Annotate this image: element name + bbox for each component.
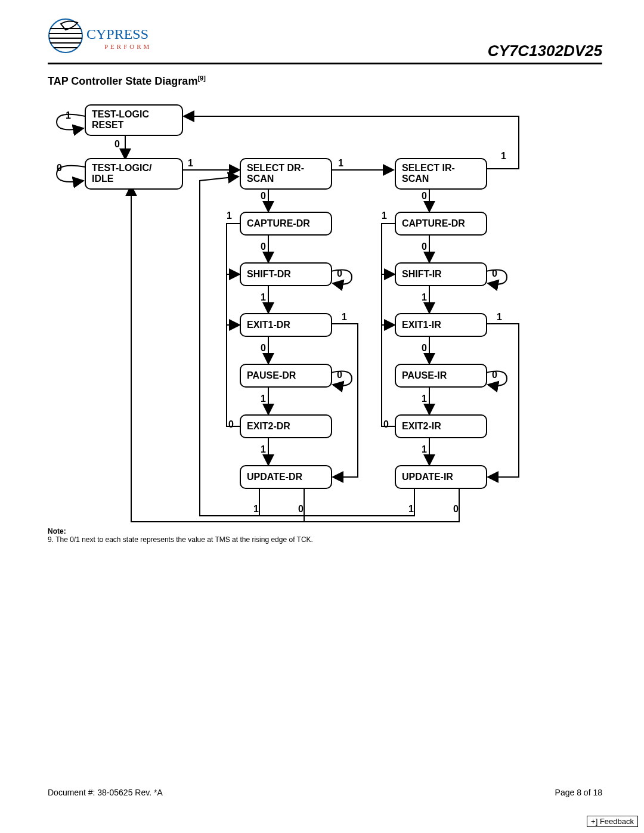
lbl-pir-self: 0 (492, 370, 497, 380)
state-pause-ir: PAUSE-IR (395, 364, 487, 388)
lbl-e1ir-uir: 1 (497, 312, 502, 323)
footer-page: Page 8 of 18 (555, 788, 602, 797)
cypress-logo: CYPRESS PERFORM (48, 18, 167, 62)
lbl-e1dr-udr: 1 (342, 312, 347, 323)
state-capture-ir: CAPTURE-DR (395, 212, 487, 236)
lbl-e2dr-shdr: 0 (228, 419, 234, 430)
lbl-idle-sdr: 1 (188, 158, 193, 169)
lbl-e1ir-pir: 0 (422, 343, 427, 354)
lbl-uir-idle: 0 (453, 504, 459, 515)
section-title-text: TAP Controller State Diagram (48, 75, 197, 87)
state-shift-dr: SHIFT-DR (240, 262, 332, 286)
lbl-cdr-e1dr: 1 (227, 210, 232, 221)
state-select-dr-scan: SELECT DR-SCAN (240, 158, 332, 190)
lbl-tlr-idle: 0 (114, 139, 120, 150)
state-capture-dr: CAPTURE-DR (240, 212, 332, 236)
lbl-pdr-self: 0 (337, 370, 342, 380)
lbl-shir-e1ir: 1 (422, 292, 427, 303)
lbl-e2ir-uir: 1 (422, 444, 427, 455)
lbl-cir-shir: 0 (422, 241, 427, 252)
lbl-udr-sdr: 1 (253, 504, 259, 515)
lbl-sdr-sir: 1 (338, 158, 343, 169)
state-exit1-dr: EXIT1-DR (240, 313, 332, 337)
lbl-cdr-shdr: 0 (261, 241, 266, 252)
note-block: Note: 9. The 0/1 next to each state repr… (48, 527, 313, 544)
lbl-sir-cir: 0 (422, 191, 427, 202)
note-title: Note: (48, 527, 313, 535)
lbl-e2ir-shir: 0 (383, 419, 389, 430)
lbl-e2dr-udr: 1 (261, 444, 266, 455)
header-rule (48, 63, 602, 64)
note-text: 9. The 0/1 next to each state represents… (48, 535, 313, 544)
lbl-idle-self: 0 (57, 163, 62, 174)
state-exit1-ir: EXIT1-IR (395, 313, 487, 337)
state-test-logic-idle: TEST-LOGIC/ IDLE (85, 158, 183, 190)
feedback-button[interactable]: +] Feedback (587, 816, 638, 827)
lbl-uir-sdr: 1 (408, 504, 414, 515)
footer-doc: Document #: 38-05625 Rev. *A (48, 788, 163, 797)
section-title: TAP Controller State Diagram[9] (48, 75, 206, 88)
lbl-e1dr-pdr: 0 (261, 343, 266, 354)
lbl-udr-idle: 0 (298, 504, 304, 515)
lbl-shir-self: 0 (492, 268, 497, 279)
state-update-ir: UPDATE-IR (395, 465, 487, 489)
page: CYPRESS PERFORM CY7C1302DV25 TAP Control… (0, 0, 644, 833)
lbl-sdr-cdr: 0 (261, 191, 266, 202)
lbl-sir-tlr: 1 (501, 151, 506, 162)
lbl-shdr-e1dr: 1 (261, 292, 266, 303)
lbl-cir-e1ir: 1 (382, 210, 387, 221)
state-diagram: TEST-LOGIC RESET TEST-LOGIC/ IDLE SELECT… (48, 98, 584, 528)
part-number: CY7C1302DV25 (488, 42, 602, 60)
state-select-ir-scan: SELECT IR-SCAN (395, 158, 487, 190)
state-update-dr: UPDATE-DR (240, 465, 332, 489)
section-footnote-ref: [9] (197, 75, 205, 82)
brand-text: CYPRESS (86, 26, 148, 42)
state-shift-ir: SHIFT-IR (395, 262, 487, 286)
state-exit2-dr: EXIT2-DR (240, 414, 332, 438)
lbl-pir-e2ir: 1 (422, 394, 427, 404)
lbl-tlr-self: 1 (66, 110, 71, 121)
page-footer: Document #: 38-05625 Rev. *A Page 8 of 1… (48, 788, 602, 797)
state-exit2-ir: EXIT2-IR (395, 414, 487, 438)
brand-tagline: PERFORM (104, 43, 151, 50)
state-test-logic-reset: TEST-LOGIC RESET (85, 104, 183, 136)
page-header: CYPRESS PERFORM CY7C1302DV25 (48, 18, 602, 63)
lbl-shdr-self: 0 (337, 268, 342, 279)
lbl-pdr-e2dr: 1 (261, 394, 266, 404)
state-pause-dr: PAUSE-DR (240, 364, 332, 388)
